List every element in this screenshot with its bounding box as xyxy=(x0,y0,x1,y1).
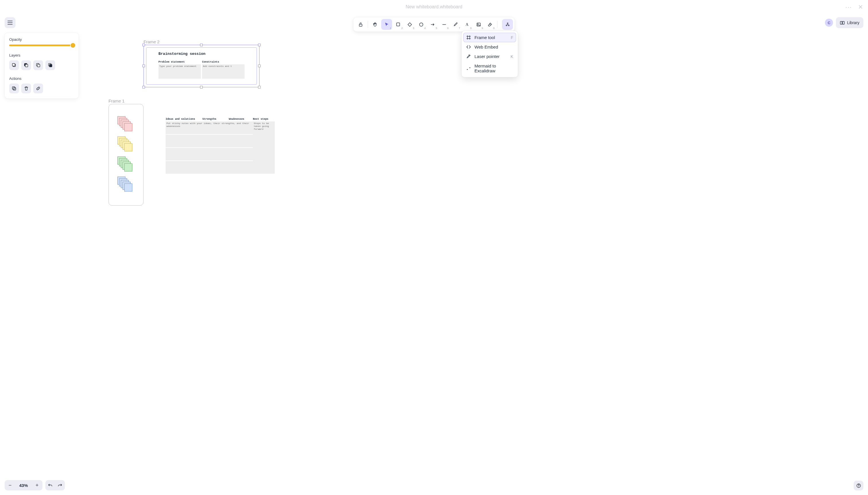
frame-title: Brainstorming session xyxy=(158,52,245,56)
sticky-stack-green[interactable] xyxy=(117,156,135,173)
resize-handle[interactable] xyxy=(200,44,203,46)
menu-item-laser-pointer[interactable]: Laser pointer K xyxy=(463,52,516,61)
canvas[interactable]: Frame 2 Brainstorming session Problem st… xyxy=(0,14,868,495)
menu-item-web-embed[interactable]: Web Embed xyxy=(463,42,516,52)
sticky-stack-pink[interactable] xyxy=(117,116,135,133)
resize-handle[interactable] xyxy=(142,86,145,88)
grid-cell[interactable] xyxy=(166,135,253,147)
grid-cell[interactable]: Put sticky notes with your ideas, their … xyxy=(166,121,253,134)
grid-cell[interactable] xyxy=(166,161,253,174)
menu-item-label: Laser pointer xyxy=(474,54,500,59)
frame-2[interactable]: Frame 2 Brainstorming session Problem st… xyxy=(143,45,259,87)
menu-item-mermaid[interactable]: Mermaid to Excalidraw xyxy=(463,61,516,75)
resize-handle[interactable] xyxy=(258,86,261,88)
brainstorm-grid[interactable]: Ideas and solutions Strengths Weaknesses… xyxy=(166,118,275,174)
menu-item-label: Web Embed xyxy=(474,45,498,49)
sticky-stack-yellow[interactable] xyxy=(117,136,135,153)
menu-item-shortcut: F xyxy=(511,35,513,40)
menu-item-label: Frame tool xyxy=(474,35,495,40)
document-title: New whiteboard.whiteboard xyxy=(405,4,462,10)
resize-handle[interactable] xyxy=(258,44,261,46)
close-icon[interactable] xyxy=(858,5,863,9)
svg-point-19 xyxy=(467,69,468,70)
window-tabbar: New whiteboard.whiteboard ··· xyxy=(0,0,868,14)
grid-cell[interactable] xyxy=(166,148,253,160)
resize-handle[interactable] xyxy=(142,44,145,46)
resize-handle[interactable] xyxy=(200,86,203,88)
grid-cell[interactable]: Steps to be taken going forward xyxy=(253,121,275,174)
menu-item-shortcut: K xyxy=(511,54,513,59)
more-tools-menu: Frame tool F Web Embed Laser pointer K M… xyxy=(462,31,518,77)
grid-header: Ideas and solutions xyxy=(166,118,202,121)
resize-handle[interactable] xyxy=(258,65,261,67)
column-header: Constraints xyxy=(202,61,245,64)
more-options-icon[interactable]: ··· xyxy=(845,4,852,10)
text-cell[interactable]: Type your problem statement xyxy=(158,64,201,79)
frame-label[interactable]: Frame 2 xyxy=(143,39,160,44)
grid-header: Weaknesses xyxy=(229,118,253,121)
column-header: Problem statement xyxy=(158,61,201,64)
text-cell[interactable]: Add constraints and t xyxy=(202,64,245,79)
frame-label[interactable]: Frame 1 xyxy=(108,99,125,103)
svg-point-20 xyxy=(470,67,470,68)
resize-handle[interactable] xyxy=(142,65,145,67)
sticky-stack-blue[interactable] xyxy=(117,176,135,193)
menu-item-frame-tool[interactable]: Frame tool F xyxy=(463,33,516,42)
frame-1[interactable]: Frame 1 xyxy=(108,104,143,206)
menu-item-label: Mermaid to Excalidraw xyxy=(474,64,513,73)
grid-header: Next steps xyxy=(253,118,275,121)
grid-header: Strengths xyxy=(202,118,229,121)
